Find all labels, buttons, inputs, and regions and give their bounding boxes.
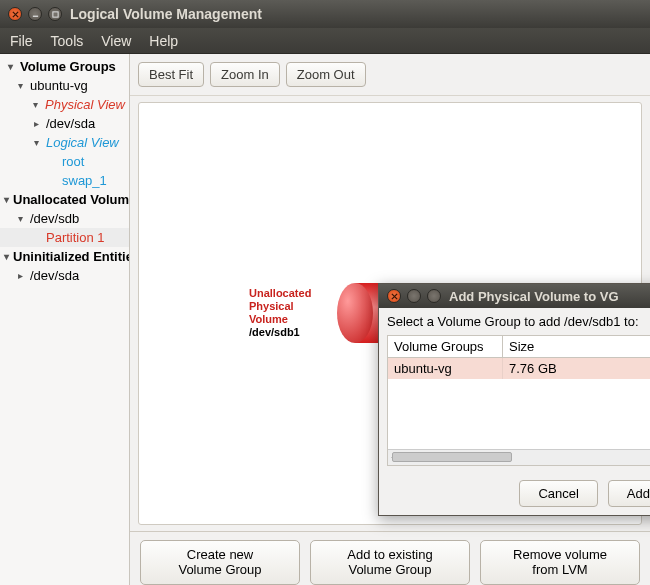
close-icon[interactable] bbox=[8, 7, 22, 21]
dialog-maximize-icon[interactable] bbox=[427, 289, 441, 303]
chevron-down-icon: ▾ bbox=[4, 251, 9, 262]
tree-dev-sda[interactable]: ▸/dev/sda bbox=[0, 114, 129, 133]
menubar: File Tools View Help bbox=[0, 28, 650, 54]
col-header-size[interactable]: Size bbox=[503, 336, 650, 357]
svg-rect-0 bbox=[52, 11, 57, 16]
tree-uninit-sda[interactable]: ▸/dev/sda bbox=[0, 266, 129, 285]
volume-label: Unallocated Physical Volume /dev/sdb1 bbox=[249, 287, 331, 340]
tree-header-volume-groups[interactable]: ▾Volume Groups bbox=[0, 57, 129, 76]
chevron-right-icon: ▸ bbox=[30, 118, 42, 129]
chevron-down-icon: ▾ bbox=[30, 137, 42, 148]
dialog-title: Add Physical Volume to VG bbox=[449, 289, 619, 304]
col-header-vg[interactable]: Volume Groups bbox=[388, 336, 503, 357]
add-button[interactable]: Add bbox=[608, 480, 650, 507]
zoom-toolbar: Best Fit Zoom In Zoom Out bbox=[130, 54, 650, 96]
add-pv-dialog: Add Physical Volume to VG Select a Volum… bbox=[378, 283, 650, 516]
window-buttons bbox=[8, 7, 62, 21]
chevron-down-icon: ▾ bbox=[14, 213, 26, 224]
menu-file[interactable]: File bbox=[10, 33, 33, 49]
menu-help[interactable]: Help bbox=[149, 33, 178, 49]
chevron-down-icon: ▾ bbox=[30, 99, 41, 110]
zoom-out-button[interactable]: Zoom Out bbox=[286, 62, 366, 87]
menu-view[interactable]: View bbox=[101, 33, 131, 49]
table-row[interactable]: ubuntu-vg 7.76 GB bbox=[388, 358, 650, 379]
tree-header-uninitialized[interactable]: ▾Uninitialized Entities bbox=[0, 247, 129, 266]
dialog-close-icon[interactable] bbox=[387, 289, 401, 303]
tree-physical-view[interactable]: ▾Physical View bbox=[0, 95, 129, 114]
dialog-prompt: Select a Volume Group to add /dev/sdb1 t… bbox=[387, 314, 650, 329]
best-fit-button[interactable]: Best Fit bbox=[138, 62, 204, 87]
chevron-down-icon: ▾ bbox=[4, 61, 16, 72]
window-title: Logical Volume Management bbox=[70, 6, 262, 22]
tree-partition1[interactable]: Partition 1 bbox=[0, 228, 129, 247]
main-titlebar: Logical Volume Management bbox=[0, 0, 650, 28]
minimize-icon[interactable] bbox=[28, 7, 42, 21]
remove-from-lvm-button[interactable]: Remove volume from LVM bbox=[480, 540, 640, 585]
chevron-right-icon: ▸ bbox=[14, 270, 26, 281]
horizontal-scrollbar[interactable]: ◄ ► bbox=[388, 449, 650, 465]
chevron-down-icon: ▾ bbox=[4, 194, 9, 205]
cancel-button[interactable]: Cancel bbox=[519, 480, 597, 507]
sidebar-tree: ▾Volume Groups ▾ubuntu-vg ▾Physical View… bbox=[0, 54, 130, 585]
maximize-icon[interactable] bbox=[48, 7, 62, 21]
action-bar: Create new Volume Group Add to existing … bbox=[130, 531, 650, 585]
tree-header-unallocated[interactable]: ▾Unallocated Volumes bbox=[0, 190, 129, 209]
chevron-down-icon: ▾ bbox=[14, 80, 26, 91]
create-vg-button[interactable]: Create new Volume Group bbox=[140, 540, 300, 585]
tree-logical-view[interactable]: ▾Logical View bbox=[0, 133, 129, 152]
menu-tools[interactable]: Tools bbox=[51, 33, 84, 49]
dialog-minimize-icon[interactable] bbox=[407, 289, 421, 303]
scrollbar-thumb[interactable] bbox=[392, 452, 512, 462]
tree-vg-ubuntu[interactable]: ▾ubuntu-vg bbox=[0, 76, 129, 95]
add-to-vg-button[interactable]: Add to existing Volume Group bbox=[310, 540, 470, 585]
tree-lv-root[interactable]: root bbox=[0, 152, 129, 171]
vg-table: Volume Groups Size ubuntu-vg 7.76 GB ◄ ► bbox=[387, 335, 650, 466]
zoom-in-button[interactable]: Zoom In bbox=[210, 62, 280, 87]
tree-dev-sdb[interactable]: ▾/dev/sdb bbox=[0, 209, 129, 228]
tree-lv-swap[interactable]: swap_1 bbox=[0, 171, 129, 190]
